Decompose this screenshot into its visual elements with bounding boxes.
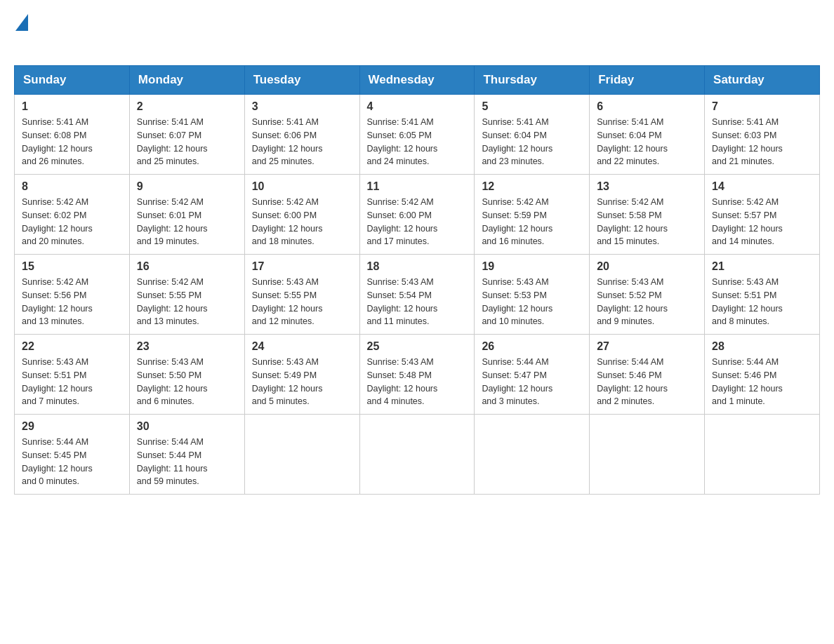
logo-triangle-icon	[15, 14, 28, 31]
day-number: 16	[137, 260, 237, 273]
day-number: 6	[597, 100, 697, 113]
day-info: Sunrise: 5:42 AMSunset: 5:58 PMDaylight:…	[597, 196, 697, 248]
day-number: 27	[597, 340, 697, 353]
day-number: 29	[22, 420, 122, 433]
day-info: Sunrise: 5:42 AMSunset: 6:00 PMDaylight:…	[367, 196, 468, 248]
week-row-4: 22Sunrise: 5:43 AMSunset: 5:51 PMDayligh…	[15, 335, 820, 415]
day-number: 9	[137, 180, 237, 193]
calendar-cell: 17Sunrise: 5:43 AMSunset: 5:55 PMDayligh…	[244, 255, 359, 335]
day-number: 28	[712, 340, 812, 353]
day-number: 18	[367, 260, 468, 273]
day-info: Sunrise: 5:44 AMSunset: 5:46 PMDaylight:…	[712, 356, 812, 408]
day-info: Sunrise: 5:43 AMSunset: 5:51 PMDaylight:…	[22, 356, 122, 408]
day-info: Sunrise: 5:43 AMSunset: 5:50 PMDaylight:…	[137, 356, 237, 408]
day-info: Sunrise: 5:44 AMSunset: 5:47 PMDaylight:…	[482, 356, 582, 408]
day-number: 10	[252, 180, 352, 193]
calendar-cell	[359, 415, 475, 495]
calendar-cell: 10Sunrise: 5:42 AMSunset: 6:00 PMDayligh…	[244, 175, 359, 255]
calendar-cell: 18Sunrise: 5:43 AMSunset: 5:54 PMDayligh…	[359, 255, 475, 335]
day-info: Sunrise: 5:42 AMSunset: 5:59 PMDaylight:…	[482, 196, 582, 248]
day-number: 7	[712, 100, 812, 113]
calendar-cell: 30Sunrise: 5:44 AMSunset: 5:44 PMDayligh…	[129, 415, 244, 495]
calendar-cell: 2Sunrise: 5:41 AMSunset: 6:07 PMDaylight…	[129, 95, 244, 175]
day-info: Sunrise: 5:41 AMSunset: 6:04 PMDaylight:…	[597, 116, 697, 168]
day-info: Sunrise: 5:42 AMSunset: 6:00 PMDaylight:…	[252, 196, 352, 248]
day-info: Sunrise: 5:42 AMSunset: 6:01 PMDaylight:…	[137, 196, 237, 248]
calendar-cell: 27Sunrise: 5:44 AMSunset: 5:46 PMDayligh…	[590, 335, 705, 415]
day-number: 17	[252, 260, 352, 273]
calendar-cell: 19Sunrise: 5:43 AMSunset: 5:53 PMDayligh…	[475, 255, 590, 335]
day-number: 24	[252, 340, 352, 353]
calendar-cell	[475, 415, 590, 495]
calendar-cell	[590, 415, 705, 495]
day-number: 23	[137, 340, 237, 353]
day-info: Sunrise: 5:43 AMSunset: 5:53 PMDaylight:…	[482, 276, 582, 328]
calendar-cell	[705, 415, 820, 495]
calendar-header-row: SundayMondayTuesdayWednesdayThursdayFrid…	[15, 66, 820, 95]
day-info: Sunrise: 5:43 AMSunset: 5:48 PMDaylight:…	[367, 356, 468, 408]
weekday-header-friday: Friday	[590, 66, 705, 95]
calendar-cell: 26Sunrise: 5:44 AMSunset: 5:47 PMDayligh…	[475, 335, 590, 415]
calendar-cell: 12Sunrise: 5:42 AMSunset: 5:59 PMDayligh…	[475, 175, 590, 255]
calendar-cell: 16Sunrise: 5:42 AMSunset: 5:55 PMDayligh…	[129, 255, 244, 335]
calendar-cell: 4Sunrise: 5:41 AMSunset: 6:05 PMDaylight…	[359, 95, 475, 175]
calendar-cell: 3Sunrise: 5:41 AMSunset: 6:06 PMDaylight…	[244, 95, 359, 175]
day-info: Sunrise: 5:41 AMSunset: 6:08 PMDaylight:…	[22, 116, 122, 168]
day-info: Sunrise: 5:43 AMSunset: 5:52 PMDaylight:…	[597, 276, 697, 328]
calendar-cell: 22Sunrise: 5:43 AMSunset: 5:51 PMDayligh…	[15, 335, 130, 415]
day-number: 11	[367, 180, 468, 193]
calendar-cell	[244, 415, 359, 495]
week-row-2: 8Sunrise: 5:42 AMSunset: 6:02 PMDaylight…	[15, 175, 820, 255]
day-info: Sunrise: 5:44 AMSunset: 5:45 PMDaylight:…	[22, 436, 122, 488]
calendar-cell: 7Sunrise: 5:41 AMSunset: 6:03 PMDaylight…	[705, 95, 820, 175]
page-header	[14, 14, 820, 54]
logo	[14, 14, 28, 54]
week-row-1: 1Sunrise: 5:41 AMSunset: 6:08 PMDaylight…	[15, 95, 820, 175]
day-number: 22	[22, 340, 122, 353]
weekday-header-monday: Monday	[129, 66, 244, 95]
weekday-header-sunday: Sunday	[15, 66, 130, 95]
calendar-cell: 25Sunrise: 5:43 AMSunset: 5:48 PMDayligh…	[359, 335, 475, 415]
weekday-header-tuesday: Tuesday	[244, 66, 359, 95]
day-number: 13	[597, 180, 697, 193]
day-info: Sunrise: 5:41 AMSunset: 6:04 PMDaylight:…	[482, 116, 582, 168]
day-info: Sunrise: 5:43 AMSunset: 5:49 PMDaylight:…	[252, 356, 352, 408]
calendar-cell: 11Sunrise: 5:42 AMSunset: 6:00 PMDayligh…	[359, 175, 475, 255]
calendar-body: 1Sunrise: 5:41 AMSunset: 6:08 PMDaylight…	[15, 95, 820, 495]
day-number: 30	[137, 420, 237, 433]
day-info: Sunrise: 5:41 AMSunset: 6:06 PMDaylight:…	[252, 116, 352, 168]
day-number: 4	[367, 100, 468, 113]
day-number: 25	[367, 340, 468, 353]
day-info: Sunrise: 5:44 AMSunset: 5:46 PMDaylight:…	[597, 356, 697, 408]
day-number: 3	[252, 100, 352, 113]
day-info: Sunrise: 5:42 AMSunset: 5:55 PMDaylight:…	[137, 276, 237, 328]
week-row-5: 29Sunrise: 5:44 AMSunset: 5:45 PMDayligh…	[15, 415, 820, 495]
calendar-cell: 28Sunrise: 5:44 AMSunset: 5:46 PMDayligh…	[705, 335, 820, 415]
day-number: 15	[22, 260, 122, 273]
day-info: Sunrise: 5:43 AMSunset: 5:54 PMDaylight:…	[367, 276, 468, 328]
calendar-cell: 29Sunrise: 5:44 AMSunset: 5:45 PMDayligh…	[15, 415, 130, 495]
calendar-cell: 6Sunrise: 5:41 AMSunset: 6:04 PMDaylight…	[590, 95, 705, 175]
svg-marker-0	[15, 14, 28, 31]
week-row-3: 15Sunrise: 5:42 AMSunset: 5:56 PMDayligh…	[15, 255, 820, 335]
day-info: Sunrise: 5:41 AMSunset: 6:05 PMDaylight:…	[367, 116, 468, 168]
day-number: 26	[482, 340, 582, 353]
day-number: 12	[482, 180, 582, 193]
weekday-header-saturday: Saturday	[705, 66, 820, 95]
calendar-cell: 14Sunrise: 5:42 AMSunset: 5:57 PMDayligh…	[705, 175, 820, 255]
weekday-header-thursday: Thursday	[475, 66, 590, 95]
calendar-cell: 8Sunrise: 5:42 AMSunset: 6:02 PMDaylight…	[15, 175, 130, 255]
day-number: 5	[482, 100, 582, 113]
day-number: 2	[137, 100, 237, 113]
day-number: 21	[712, 260, 812, 273]
day-info: Sunrise: 5:42 AMSunset: 5:57 PMDaylight:…	[712, 196, 812, 248]
weekday-header-wednesday: Wednesday	[359, 66, 475, 95]
day-number: 14	[712, 180, 812, 193]
calendar-cell: 9Sunrise: 5:42 AMSunset: 6:01 PMDaylight…	[129, 175, 244, 255]
calendar-cell: 23Sunrise: 5:43 AMSunset: 5:50 PMDayligh…	[129, 335, 244, 415]
calendar-cell: 13Sunrise: 5:42 AMSunset: 5:58 PMDayligh…	[590, 175, 705, 255]
day-info: Sunrise: 5:41 AMSunset: 6:03 PMDaylight:…	[712, 116, 812, 168]
day-number: 1	[22, 100, 122, 113]
calendar-cell: 20Sunrise: 5:43 AMSunset: 5:52 PMDayligh…	[590, 255, 705, 335]
day-info: Sunrise: 5:42 AMSunset: 5:56 PMDaylight:…	[22, 276, 122, 328]
